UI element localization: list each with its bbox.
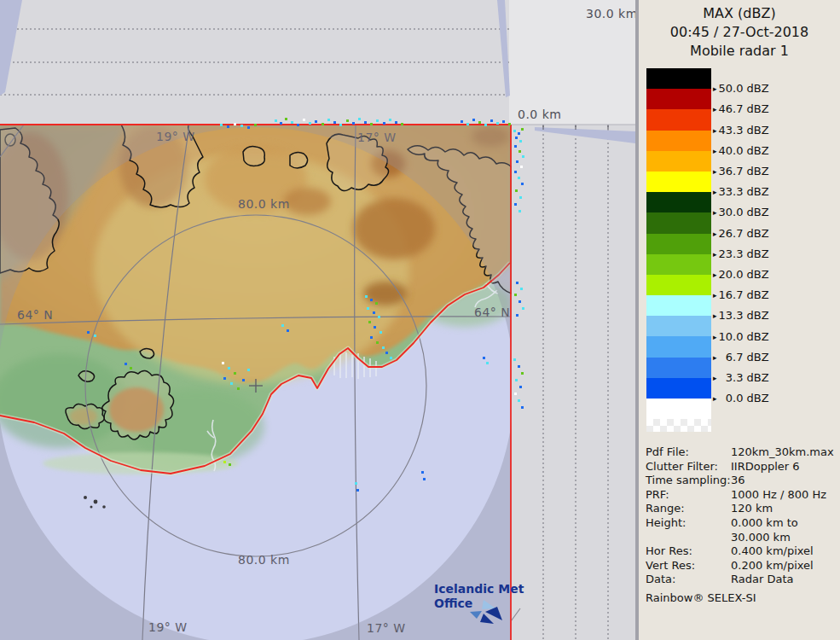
echo-pixel [401,123,403,125]
info-row: Vert Res:0.200 km/pixel [646,559,837,573]
info-row: Data:Radar Data [646,573,837,587]
tick-arrow-icon: ▸ [713,84,717,93]
scale-band [646,89,711,109]
info-label: Height: [646,516,731,544]
radar-map[interactable] [0,0,635,640]
echo-pixel [355,482,357,485]
scale-tick-label: ▸ 6.7 dBZ [713,350,769,365]
echo-pixel [228,367,230,369]
echo-pixel [466,123,469,125]
echo-pixel [237,387,240,390]
echo-pixel [518,210,521,212]
scale-band [646,254,711,275]
echo-pixel [478,121,481,124]
scale-band [646,378,711,399]
info-value: IIRDoppler 6 [731,460,800,474]
echo-pixel [367,307,369,310]
info-label: Clutter Filter: [646,460,731,474]
info-label: Pdf File: [646,445,731,460]
echo-pixel [291,121,293,124]
echo-pixel [365,295,368,298]
echo-pixel [518,132,520,135]
scale-band [646,336,711,357]
scale-band [646,212,711,233]
pinwheel-icon [465,598,502,627]
scale-tick-label: ▸23.3 dBZ [713,247,769,262]
echo-pixel [370,123,373,125]
scale-tick-label: ▸33.3 dBZ [713,184,769,200]
echo-pixel [373,311,375,314]
echo-pixel [240,125,243,127]
echo-pixel [223,461,226,463]
radar-name: Mobile radar 1 [639,42,840,61]
info-value: Radar Data [731,573,793,587]
echo-pixel [322,123,324,125]
info-label: Time sampling: [646,474,731,488]
info-label: Vert Res: [646,559,731,573]
echo-pixel [516,160,518,163]
info-row: Time sampling:36 [646,474,837,488]
scale-tick-label: ▸36.7 dBZ [713,164,769,179]
echo-pixel [247,369,250,371]
echo-pixel [521,183,524,185]
scale-band [646,151,711,172]
echo-pixel [390,357,392,359]
echo-pixel [421,471,424,474]
ppi-map-area[interactable] [0,125,514,640]
scale-band [646,172,711,192]
scale-tick-label: ▸ 0.0 dBZ [713,391,769,406]
echo-pixel [515,189,518,192]
echo-pixel [508,123,511,125]
echo-pixel [389,119,391,121]
scale-band [646,275,711,295]
echo-pixel [223,377,226,380]
echo-pixel [94,335,96,337]
echo-pixel [516,314,518,317]
echo-pixel [486,362,489,364]
tick-arrow-icon: ▸ [713,311,717,320]
echo-pixel [364,121,367,124]
vertical-profile-right-strip [497,125,635,640]
echo-pixel [383,122,385,125]
echo-pixel [339,124,342,126]
echo-pixel [395,121,397,124]
echo-pixel [521,406,524,409]
scale-band [646,192,711,212]
echo-pixel [352,122,355,125]
scale-tick-label: ▸43.3 dBZ [713,123,769,138]
echo-pixel [490,119,493,122]
echo-pixel [379,331,382,334]
echo-pixel [520,166,523,168]
info-value: 36 [731,474,745,488]
echo-pixel [242,379,245,381]
echo-pixel [514,171,517,173]
echo-pixel [275,119,277,122]
info-label: PRF: [646,488,731,503]
echo-pixel [327,119,330,121]
info-panel: MAX (dBZ) 00:45 / 27-Oct-2018 Mobile rad… [639,0,840,640]
echo-pixel [375,302,378,305]
info-value: 0.400 km/pixel [731,544,814,559]
echo-pixel [518,399,520,402]
vertical-profile-top-strip [0,0,510,125]
info-value: 0.200 km/pixel [731,559,814,573]
scale-tick-label: ▸46.7 dBZ [713,102,769,117]
echo-pixel [234,123,236,125]
echo-pixel [309,122,311,125]
echo-pixel [385,352,388,354]
info-row: Hor Res:0.400 km/pixel [646,544,837,559]
echo-pixel [222,362,224,364]
tick-arrow-icon: ▸ [713,188,717,196]
scale-tick-label: ▸20.0 dBZ [713,267,769,282]
echo-pixel [521,128,524,131]
echo-pixel [285,118,287,120]
echo-pixel [234,372,236,375]
echo-pixel [484,124,487,126]
echo-pixel [125,363,127,365]
echo-pixel [376,341,379,344]
info-row: Pdf File:120km_30km.max [646,445,837,460]
height-axis-corner [509,0,635,125]
tick-arrow-icon: ▸ [713,147,717,155]
echo-pixel [496,122,499,125]
product-title: MAX (dBZ) [639,4,840,23]
